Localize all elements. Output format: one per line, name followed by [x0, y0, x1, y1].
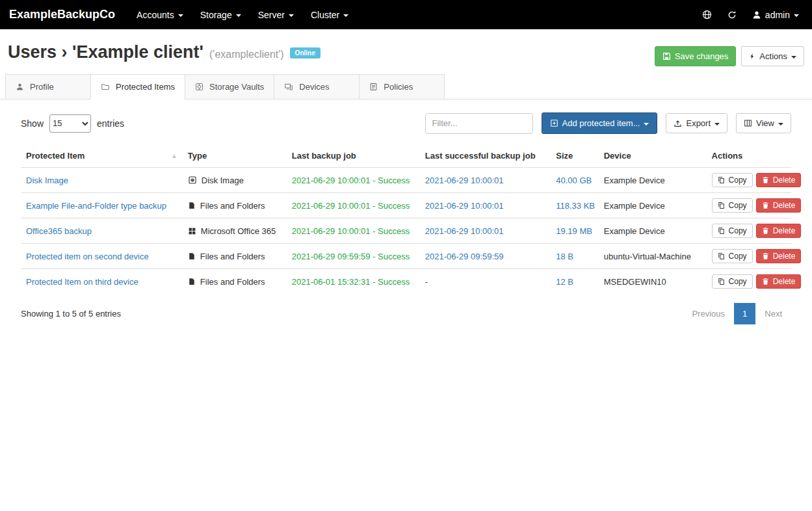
brand-logo[interactable]: ExampleBackupCo	[9, 8, 115, 21]
tab-devices[interactable]: Devices	[274, 74, 360, 99]
cell-last-backup-job: 2021-06-29 10:00:01 - Success	[287, 193, 420, 218]
breadcrumb-users[interactable]: Users	[8, 42, 57, 62]
delete-button[interactable]: Delete	[756, 224, 802, 238]
last-successful-backup-link[interactable]: 2021-06-29 10:00:01	[425, 226, 504, 236]
copy-button[interactable]: Copy	[712, 173, 753, 187]
column-header-protected-item[interactable]: Protected Item▲	[21, 144, 183, 168]
caret-down-icon	[791, 56, 796, 59]
tab-profile[interactable]: Profile	[5, 74, 91, 99]
copy-button[interactable]: Copy	[712, 224, 753, 238]
menu-storage[interactable]: Storage	[192, 0, 250, 29]
main-menu: Accounts Storage Server Cluster	[128, 0, 357, 29]
previous-page-button[interactable]: Previous	[683, 303, 734, 324]
copy-icon	[718, 252, 725, 260]
cell-protected-item: Office365 backup	[21, 218, 183, 244]
menu-server[interactable]: Server	[250, 0, 302, 29]
delete-label: Delete	[773, 252, 796, 260]
client-code: ('exampleclient')	[209, 49, 284, 60]
filter-input[interactable]	[425, 113, 533, 134]
delete-button[interactable]: Delete	[756, 249, 802, 263]
delete-label: Delete	[773, 278, 796, 285]
copy-button[interactable]: Copy	[712, 198, 753, 213]
protected-item-link[interactable]: Example File-and-Folder type backup	[26, 201, 166, 211]
current-page-button[interactable]: 1	[734, 303, 755, 324]
table-actions: Add protected item... Export View	[425, 112, 791, 134]
size-link[interactable]: 118.33 KB	[556, 201, 595, 211]
delete-label: Delete	[773, 176, 796, 184]
cell-last-backup-job: 2021-06-29 09:59:59 - Success	[287, 244, 420, 269]
protected-item-link[interactable]: Disk Image	[26, 176, 68, 185]
caret-down-icon	[714, 123, 720, 125]
last-backup-job-link[interactable]: 2021-06-01 15:32:31 - Success	[292, 277, 410, 287]
device-label: ubuntu-Virtual-Machine	[604, 252, 691, 261]
navbar-right: admin	[694, 0, 803, 29]
cell-device: Example Device	[599, 168, 707, 193]
export-button[interactable]: Export	[666, 113, 727, 133]
trash-icon	[762, 176, 769, 184]
last-backup-job-link[interactable]: 2021-06-29 10:00:01 - Success	[292, 201, 410, 211]
copy-button[interactable]: Copy	[712, 274, 753, 289]
add-protected-item-button[interactable]: Add protected item...	[542, 112, 658, 134]
copy-button[interactable]: Copy	[712, 249, 753, 263]
size-link[interactable]: 40.00 GB	[556, 176, 592, 185]
cell-device: Example Device	[599, 193, 707, 218]
column-header-type[interactable]: Type	[183, 144, 287, 168]
menu-accounts[interactable]: Accounts	[128, 0, 192, 29]
caret-down-icon	[778, 123, 783, 125]
type-label: Microsoft Office 365	[201, 226, 276, 236]
cell-protected-item: Example File-and-Folder type backup	[21, 193, 183, 218]
user-menu[interactable]: admin	[744, 0, 803, 29]
size-link[interactable]: 19.19 MB	[556, 226, 592, 236]
protected-item-link[interactable]: Protected item on second device	[26, 252, 149, 261]
table-body: Disk ImageDisk Image2021-06-29 10:00:01 …	[21, 168, 791, 295]
view-button[interactable]: View	[736, 113, 791, 133]
delete-button[interactable]: Delete	[756, 274, 802, 289]
size-link[interactable]: 18 B	[556, 252, 573, 261]
size-link[interactable]: 12 B	[556, 277, 573, 287]
column-header-last-backup-job[interactable]: Last backup job	[287, 144, 420, 168]
cell-last-successful-backup-job: 2021-06-29 09:59:59	[420, 244, 551, 269]
protected-items-table: Protected Item▲ Type Last backup job Las…	[21, 144, 791, 294]
language-globe-button[interactable]	[694, 0, 720, 29]
cell-size: 18 B	[551, 244, 598, 269]
caret-down-icon	[289, 14, 294, 17]
tab-policies[interactable]: Policies	[359, 74, 445, 99]
menu-cluster[interactable]: Cluster	[302, 0, 357, 29]
copy-label: Copy	[729, 202, 747, 209]
protected-item-link[interactable]: Protected Item on third device	[26, 277, 138, 287]
last-successful-backup-link[interactable]: 2021-06-29 09:59:59	[425, 252, 504, 261]
tab-storage-vaults[interactable]: Storage Vaults	[185, 74, 274, 99]
type-label: Files and Folders	[200, 277, 265, 287]
last-successful-backup-link[interactable]: 2021-06-29 10:00:01	[425, 201, 504, 211]
save-changes-button[interactable]: Save changes	[655, 46, 736, 66]
column-header-device[interactable]: Device	[599, 144, 707, 168]
last-backup-job-link[interactable]: 2021-06-29 09:59:59 - Success	[292, 252, 410, 261]
last-successful-backup-link[interactable]: 2021-06-29 10:00:01	[425, 176, 504, 185]
cell-last-backup-job: 2021-06-01 15:32:31 - Success	[287, 269, 420, 295]
protected-item-link[interactable]: Office365 backup	[26, 226, 92, 236]
sort-ascending-icon[interactable]: ▲	[171, 152, 177, 159]
page-size-select[interactable]: 15	[49, 114, 91, 133]
column-header-last-successful-backup-job[interactable]: Last successful backup job	[420, 144, 551, 168]
refresh-button[interactable]	[720, 0, 744, 29]
type-label: Files and Folders	[200, 201, 265, 211]
tab-protected-items[interactable]: Protected Items	[90, 74, 185, 99]
page-size-control: Show 15 entries	[21, 114, 124, 133]
menu-accounts-label: Accounts	[137, 10, 174, 20]
delete-button[interactable]: Delete	[756, 198, 802, 213]
last-backup-job-link[interactable]: 2021-06-29 10:00:01 - Success	[292, 176, 410, 185]
last-backup-job-link[interactable]: 2021-06-29 10:00:01 - Success	[292, 226, 410, 236]
vault-icon	[195, 83, 203, 91]
cell-device: ubuntu-Virtual-Machine	[599, 244, 707, 269]
copy-icon	[718, 227, 725, 235]
delete-button[interactable]: Delete	[756, 173, 802, 187]
table-controls: Show 15 entries Add protected item... Ex…	[21, 112, 791, 134]
tab-storage-vaults-label: Storage Vaults	[209, 82, 264, 92]
globe-icon	[702, 10, 712, 20]
column-label: Device	[604, 151, 631, 161]
actions-button[interactable]: Actions	[741, 46, 804, 66]
last-successful-empty: -	[425, 277, 428, 287]
column-header-size[interactable]: Size	[551, 144, 598, 168]
device-label: Example Device	[604, 226, 665, 236]
next-page-button[interactable]: Next	[755, 303, 791, 324]
